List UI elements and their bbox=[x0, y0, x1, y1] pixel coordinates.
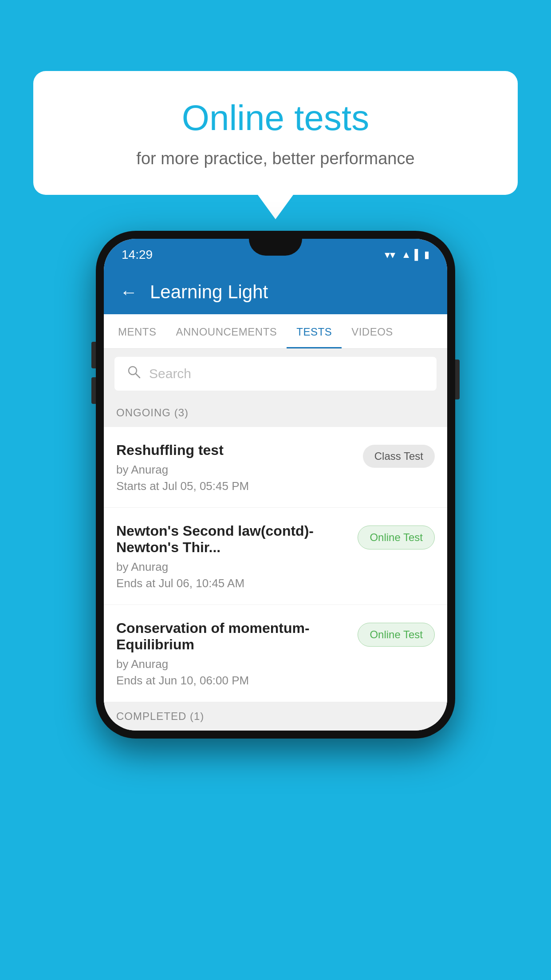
test-time-conservation: Ends at Jun 10, 06:00 PM bbox=[116, 674, 349, 688]
volume-button-down bbox=[91, 377, 96, 404]
tab-tests[interactable]: TESTS bbox=[287, 314, 342, 348]
signal-icon: ▲▐ bbox=[401, 249, 418, 261]
section-completed-header: COMPLETED (1) bbox=[104, 702, 447, 731]
test-item-conservation[interactable]: Conservation of momentum-Equilibrium by … bbox=[104, 605, 447, 702]
camera-notch bbox=[249, 239, 302, 256]
status-icons: ▾▾ ▲▐ ▮ bbox=[385, 249, 429, 261]
speech-bubble-section: Online tests for more practice, better p… bbox=[33, 71, 518, 219]
search-bar-container: Search bbox=[104, 349, 447, 399]
search-icon bbox=[127, 365, 141, 383]
app-title: Learning Light bbox=[150, 281, 268, 303]
test-info-reshuffling: Reshuffling test by Anurag Starts at Jul… bbox=[116, 442, 354, 493]
test-author-reshuffling: by Anurag bbox=[116, 463, 354, 477]
status-time: 14:29 bbox=[122, 248, 153, 262]
test-time-reshuffling: Starts at Jul 05, 05:45 PM bbox=[116, 479, 354, 493]
speech-bubble: Online tests for more practice, better p… bbox=[33, 71, 518, 195]
test-name-conservation: Conservation of momentum-Equilibrium bbox=[116, 620, 349, 653]
test-author-conservation: by Anurag bbox=[116, 657, 349, 671]
test-badge-reshuffling: Class Test bbox=[363, 445, 435, 468]
tab-videos[interactable]: VIDEOS bbox=[342, 314, 403, 348]
search-input-placeholder: Search bbox=[149, 366, 191, 381]
back-button[interactable]: ← bbox=[120, 282, 138, 302]
test-author-newton: by Anurag bbox=[116, 560, 349, 574]
tab-ments[interactable]: MENTS bbox=[108, 314, 166, 348]
test-item-newton[interactable]: Newton's Second law(contd)-Newton's Thir… bbox=[104, 508, 447, 605]
tab-announcements[interactable]: ANNOUNCEMENTS bbox=[166, 314, 287, 348]
phone-outer: 14:29 ▾▾ ▲▐ ▮ ← Learning Light MENTS ANN… bbox=[96, 231, 455, 739]
phone: 14:29 ▾▾ ▲▐ ▮ ← Learning Light MENTS ANN… bbox=[96, 231, 455, 739]
test-info-newton: Newton's Second law(contd)-Newton's Thir… bbox=[116, 523, 349, 590]
test-badge-newton: Online Test bbox=[358, 526, 435, 549]
test-list: Reshuffling test by Anurag Starts at Jul… bbox=[104, 427, 447, 702]
test-name-newton: Newton's Second law(contd)-Newton's Thir… bbox=[116, 523, 349, 556]
wifi-icon: ▾▾ bbox=[385, 249, 395, 261]
tabs-bar: MENTS ANNOUNCEMENTS TESTS VIDEOS bbox=[104, 314, 447, 349]
battery-icon: ▮ bbox=[424, 249, 429, 261]
test-badge-conservation: Online Test bbox=[358, 623, 435, 647]
speech-bubble-title: Online tests bbox=[69, 98, 482, 138]
volume-button-up bbox=[91, 342, 96, 368]
phone-screen: 14:29 ▾▾ ▲▐ ▮ ← Learning Light MENTS ANN… bbox=[104, 239, 447, 731]
power-button bbox=[455, 360, 460, 399]
svg-line-1 bbox=[136, 374, 140, 378]
speech-bubble-subtitle: for more practice, better performance bbox=[69, 149, 482, 168]
speech-bubble-arrow bbox=[258, 195, 293, 219]
test-info-conservation: Conservation of momentum-Equilibrium by … bbox=[116, 620, 349, 688]
search-bar[interactable]: Search bbox=[114, 357, 437, 391]
app-header: ← Learning Light bbox=[104, 270, 447, 314]
test-item-reshuffling[interactable]: Reshuffling test by Anurag Starts at Jul… bbox=[104, 427, 447, 508]
test-name-reshuffling: Reshuffling test bbox=[116, 442, 354, 458]
section-ongoing-header: ONGOING (3) bbox=[104, 399, 447, 427]
test-time-newton: Ends at Jul 06, 10:45 AM bbox=[116, 577, 349, 590]
